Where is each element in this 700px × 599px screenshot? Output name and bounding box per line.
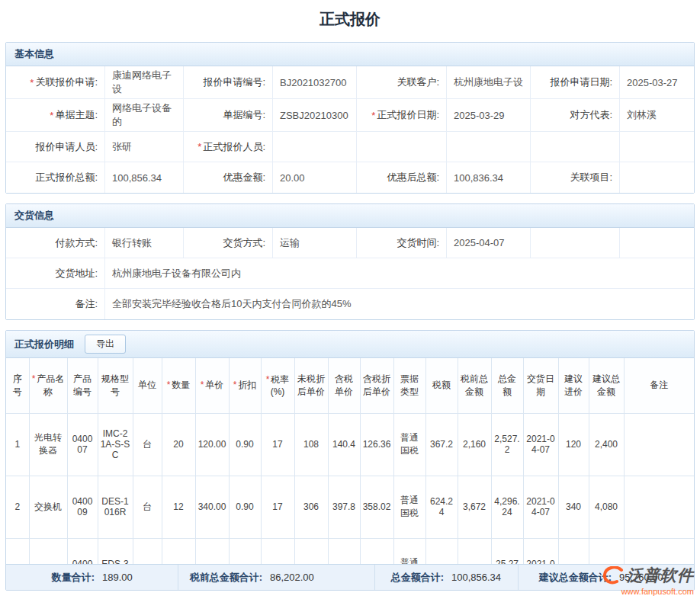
field-value: 杭州康地电子设: [447, 66, 531, 99]
table-cell: 20: [162, 413, 195, 476]
table-cell: 交换机: [29, 476, 67, 538]
field-value: [273, 132, 357, 162]
column-header: *产品名称: [29, 358, 67, 413]
field-label: 报价申请日期:: [531, 66, 620, 99]
table-cell: 040010: [67, 538, 98, 564]
field-value: 20.00: [273, 162, 357, 193]
column-header: *折扣: [229, 358, 261, 413]
field-value: 100,836.34: [447, 162, 531, 193]
table-row: 1光电转换器040007IMC-21A-S-SC台20120.000.90171…: [6, 413, 694, 476]
table-cell: 普通国税: [393, 538, 425, 564]
table-cell: 397.8: [328, 476, 360, 538]
summary-value: 86,202.00: [270, 572, 314, 583]
summary-bar: 数量合计: 189.00 税前总金额合计: 86,202.00 总金额合计: 1…: [6, 564, 694, 590]
page-title: 正式报价: [0, 0, 700, 42]
table-cell: 358.02: [360, 476, 393, 538]
required-asterisk: *: [371, 110, 375, 121]
table-cell: 306: [294, 476, 328, 538]
summary-label: 总金额合计:: [383, 571, 444, 585]
field-label: *正式报价日期:: [357, 99, 447, 132]
table-cell: 4,080: [589, 476, 624, 538]
detail-table-wrap: 序号*产品名称产品编号规格型号单位*数量*单价*折扣*税率(%)未税折后单价含税…: [6, 358, 694, 564]
export-button[interactable]: 导出: [85, 335, 126, 354]
watermark-url: www.fanpusoft.com: [602, 587, 694, 596]
field-value: 全部安装完毕经验收合格后10天内支付合同价款的45%: [105, 289, 694, 319]
table-cell: 340.00: [195, 476, 229, 538]
column-header: 备注: [624, 358, 694, 413]
column-header: 总金额: [491, 358, 523, 413]
detail-table: 序号*产品名称产品编号规格型号单位*数量*单价*折扣*税率(%)未税折后单价含税…: [6, 358, 694, 564]
delivery-info-panel: 交货信息 付款方式:银行转账交货方式:运输交货时间:2025-04-07 交货地…: [5, 203, 695, 320]
field-label: *关联报价申请:: [6, 66, 105, 99]
field-label: 付款方式:: [6, 228, 105, 258]
table-cell: 2,400: [589, 413, 624, 476]
table-cell: 120: [558, 413, 589, 476]
required-asterisk: *: [32, 373, 36, 384]
table-cell: 526.5: [360, 538, 393, 564]
table-cell: 1: [6, 413, 29, 476]
table-cell: 0.90: [229, 413, 261, 476]
table-cell: 光电转换器: [29, 413, 67, 476]
table-cell: 0.90: [229, 476, 261, 538]
field-value: 100,856.34: [105, 162, 184, 193]
field-label: 交货地址:: [6, 258, 105, 289]
field-value: 2025-04-07: [447, 228, 531, 258]
detail-header-row: 序号*产品名称产品编号规格型号单位*数量*单价*折扣*税率(%)未税折后单价含税…: [6, 358, 694, 413]
table-cell: 2: [6, 476, 29, 538]
field-label: 报价申请人员:: [6, 132, 105, 162]
table-cell: 台: [133, 413, 162, 476]
field-value: 银行转账: [105, 228, 184, 258]
summary-pretax-total: 税前总金额合计: 86,202.00: [178, 565, 375, 590]
table-cell: 367.2: [425, 413, 458, 476]
column-header: 税前总金额: [458, 358, 491, 413]
field-label: 关联项目:: [531, 162, 620, 193]
table-cell: 17: [261, 476, 294, 538]
field-label: 备注:: [6, 289, 105, 319]
field-value: 运输: [273, 228, 357, 258]
table-cell: [624, 413, 694, 476]
table-cell: [624, 538, 694, 564]
table-cell: IMC-21A-S-SC: [98, 413, 133, 476]
table-cell: 2021-04-07: [523, 476, 558, 538]
column-header: 票据类型: [393, 358, 425, 413]
table-cell: 24,000: [589, 538, 624, 564]
table-cell: 450: [294, 538, 328, 564]
field-label: 交货方式:: [184, 228, 273, 258]
table-cell: 0.90: [229, 538, 261, 564]
summary-label: 建议总金额合计:: [526, 571, 612, 585]
table-cell: 3,672: [425, 538, 458, 564]
field-label: 报价申请编号:: [184, 66, 273, 99]
table-cell: 585: [328, 538, 360, 564]
summary-value: 100,856.34: [451, 572, 501, 583]
table-cell: 交换机: [29, 538, 67, 564]
table-cell: 普通国税: [393, 413, 425, 476]
table-cell: 140.4: [328, 413, 360, 476]
field-label: 关联客户:: [357, 66, 447, 99]
field-label: 单据编号:: [184, 99, 273, 132]
required-asterisk: *: [201, 380, 204, 390]
column-header: *税率(%): [261, 358, 294, 413]
summary-value: 189.00: [102, 572, 133, 583]
table-cell: 12: [162, 476, 195, 538]
field-value: BJ2021032700: [273, 66, 357, 99]
column-header: 建议总金额: [589, 358, 624, 413]
required-asterisk: *: [266, 374, 270, 385]
required-asterisk: *: [197, 141, 201, 152]
basic-info-grid: *关联报价申请:康迪网络电子设报价申请编号:BJ2021032700关联客户:杭…: [6, 66, 694, 193]
column-header: 建议进价: [558, 358, 589, 413]
field-value: [447, 132, 531, 162]
table-cell: 台: [133, 476, 162, 538]
delivery-remark-row: 备注: 全部安装完毕经验收合格后10天内支付合同价款的45%: [6, 289, 694, 319]
required-asterisk: *: [50, 110, 53, 121]
summary-label: 税前总金额合计:: [186, 571, 262, 585]
summary-quantity-total: 数量合计: 189.00: [6, 565, 178, 590]
table-cell: 3,672: [458, 476, 491, 538]
table-cell: 普通国税: [393, 476, 425, 538]
watermark-brand: 泛普软件: [627, 565, 694, 586]
delivery-info-title: 交货信息: [14, 209, 54, 223]
field-label: 交货时间:: [357, 228, 447, 258]
column-header: 序号: [6, 358, 29, 413]
column-header: 规格型号: [98, 358, 133, 413]
field-value: 刘林溪: [620, 99, 694, 132]
watermark: 泛普软件 www.fanpusoft.com: [602, 565, 694, 596]
